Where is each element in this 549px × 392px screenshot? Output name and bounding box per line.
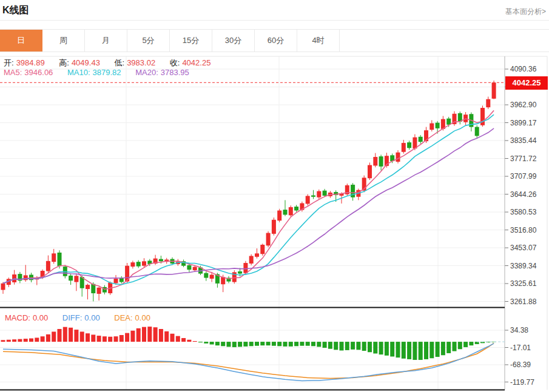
candle[interactable] [12,270,16,285]
candle[interactable] [356,188,360,200]
candle[interactable] [486,97,490,109]
candle[interactable] [24,265,28,282]
candle[interactable] [147,259,152,267]
candle[interactable] [232,270,237,284]
tab-5min[interactable]: 5分 [127,30,170,51]
candle[interactable] [86,284,90,299]
macd-bar [193,341,197,342]
candle[interactable] [311,190,315,199]
candle[interactable] [351,183,355,201]
candle[interactable] [441,116,445,130]
candle[interactable] [41,270,45,279]
candle[interactable] [221,274,225,292]
tab-month[interactable]: 月 [85,30,127,51]
candle[interactable] [58,250,62,268]
candle[interactable] [480,105,485,127]
candle[interactable] [170,257,175,265]
candle[interactable] [255,248,259,259]
candle[interactable] [424,127,428,143]
candle[interactable] [266,231,271,247]
candle[interactable] [475,125,479,139]
candle[interactable] [463,112,468,125]
candle[interactable] [114,275,118,285]
candle[interactable] [63,265,67,278]
candle[interactable] [390,153,394,163]
candle[interactable] [249,254,254,265]
candle[interactable] [1,282,5,294]
candle[interactable] [164,258,169,264]
candle[interactable] [198,266,203,275]
candle[interactable] [294,205,298,212]
candle[interactable] [91,282,95,301]
tab-30min[interactable]: 30分 [212,30,255,51]
candle[interactable] [18,272,22,284]
candle[interactable] [402,140,406,154]
candle[interactable] [153,255,158,265]
ma5-label: MA5: [4,68,22,77]
fundamental-analysis-link[interactable]: 基本面分析> [505,7,546,17]
candle[interactable] [317,190,321,199]
candle[interactable] [446,117,451,127]
candle[interactable] [283,200,288,216]
candle[interactable] [181,259,186,267]
candle[interactable] [35,276,39,285]
candle[interactable] [29,273,33,282]
candle[interactable] [385,153,389,168]
candle[interactable] [334,190,338,202]
candle[interactable] [306,194,310,206]
candle[interactable] [340,192,344,204]
candle[interactable] [204,271,208,281]
candle[interactable] [396,150,400,164]
candle[interactable] [125,263,129,283]
macd-bar [91,334,95,342]
candle[interactable] [97,287,101,301]
tab-4hour[interactable]: 4时 [297,30,340,51]
candle[interactable] [193,265,197,272]
candle[interactable] [413,135,417,150]
candle[interactable] [103,285,107,294]
candle[interactable] [469,112,473,131]
candle[interactable] [260,244,264,256]
tab-15min[interactable]: 15分 [170,30,212,51]
candle[interactable] [277,209,281,222]
tab-day[interactable]: 日 [0,30,42,51]
candle[interactable] [130,261,135,268]
candle[interactable] [458,111,462,124]
candle[interactable] [142,258,146,267]
tab-week[interactable]: 周 [42,30,85,51]
candle[interactable] [227,276,231,284]
candle[interactable] [69,273,73,285]
candle[interactable] [108,282,112,295]
candle[interactable] [52,249,56,264]
candle[interactable] [272,218,276,236]
candle[interactable] [362,176,366,193]
candle[interactable] [187,264,191,273]
candle[interactable] [159,256,163,264]
candle[interactable] [453,111,457,126]
candle[interactable] [46,256,50,273]
candle[interactable] [120,276,124,284]
candle[interactable] [215,273,220,288]
candle[interactable] [436,121,440,134]
candle[interactable] [176,259,180,266]
candle[interactable] [80,275,84,296]
candle[interactable] [289,205,293,217]
candle[interactable] [74,274,78,291]
candle[interactable] [136,260,141,268]
candle[interactable] [243,261,248,275]
tab-60min[interactable]: 60分 [255,30,297,51]
candle[interactable] [419,135,423,144]
candle[interactable] [492,81,496,99]
candle[interactable] [323,189,327,197]
candle[interactable] [379,154,383,170]
candle[interactable] [210,272,214,282]
candle[interactable] [429,120,434,131]
candle[interactable] [328,191,332,198]
candle[interactable] [300,202,304,212]
candle[interactable] [238,268,242,276]
candle[interactable] [345,184,349,196]
candle[interactable] [407,141,411,150]
candle[interactable] [7,277,11,287]
candle[interactable] [368,162,372,180]
candle[interactable] [373,153,377,168]
